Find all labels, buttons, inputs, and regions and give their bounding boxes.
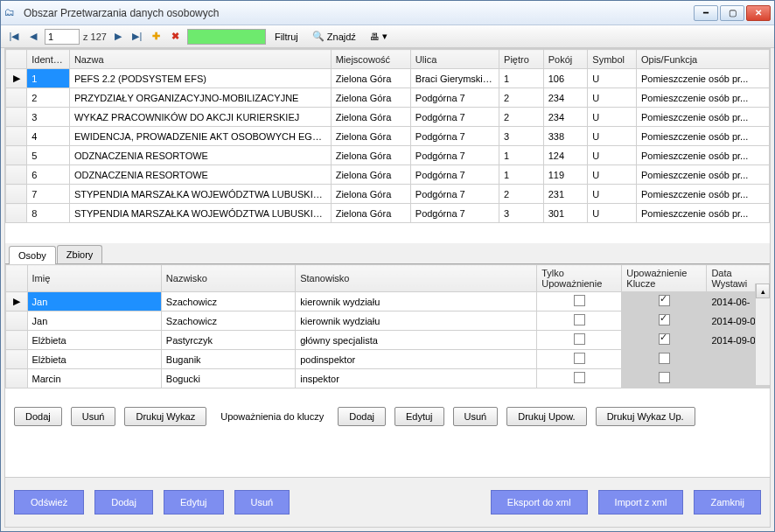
titlebar: 🗂 Obszar Przetwarzania danych osobowych …: [1, 1, 774, 25]
delete-upow-button[interactable]: Usuń: [453, 407, 499, 426]
minimize-button[interactable]: ━: [694, 5, 718, 21]
print-wykaz-button[interactable]: Drukuj Wykaz: [124, 407, 206, 426]
print-dropdown[interactable]: 🖶 ▾: [365, 29, 393, 45]
table-row[interactable]: 3WYKAZ PRACOWNIKÓW DO AKCJI KURIERSKIEJZ…: [6, 108, 770, 127]
print-wykaz-up-button[interactable]: Drukuj Wykaz Up.: [596, 407, 695, 426]
table-row[interactable]: 7STYPENDIA MARSZAŁKA WOJEWÓDZTWA LUBUSKI…: [6, 185, 770, 204]
checkbox[interactable]: [659, 372, 670, 383]
page-total-label: z 127: [83, 32, 107, 42]
table-row[interactable]: 8STYPENDIA MARSZAŁKA WOJEWÓDZTWA LUBUSKI…: [6, 204, 770, 223]
upow-label: Upoważnienia do kluczy: [220, 411, 324, 422]
nav-next-icon[interactable]: ▶: [110, 29, 126, 45]
find-button[interactable]: 🔍Znajdź: [307, 29, 361, 45]
col-pokoj[interactable]: Pokój: [543, 50, 588, 69]
add-button[interactable]: Dodaj: [94, 490, 153, 514]
checkbox[interactable]: [659, 333, 670, 345]
delete-icon[interactable]: ✖: [168, 29, 184, 45]
col-imie[interactable]: Imię: [27, 265, 161, 292]
edit-upow-button[interactable]: Edytuj: [394, 407, 444, 426]
table-row[interactable]: 5ODZNACZENIA RESORTOWEZielona GóraPodgór…: [6, 146, 770, 165]
tab-osoby[interactable]: Osoby: [9, 246, 56, 264]
nav-toolbar: |◀ ◀ z 127 ▶ ▶| ✚ ✖ Filtruj 🔍Znajdź 🖶 ▾: [1, 25, 774, 48]
checkbox[interactable]: [574, 295, 585, 306]
progress-bar: [187, 29, 266, 45]
nav-prev-icon[interactable]: ◀: [25, 29, 41, 45]
nav-last-icon[interactable]: ▶|: [129, 29, 145, 45]
table-row[interactable]: 6ODZNACZENIA RESORTOWEZielona GóraPodgór…: [6, 165, 770, 185]
app-icon: 🗂: [4, 6, 18, 20]
close-button[interactable]: ✕: [746, 5, 771, 21]
col-pietro[interactable]: Piętro: [499, 50, 544, 69]
table-row[interactable]: ElżbietaPastyrczykgłówny specjalista2014…: [6, 331, 770, 350]
checkbox[interactable]: [659, 295, 670, 306]
checkbox[interactable]: [574, 314, 585, 326]
nav-first-icon[interactable]: |◀: [6, 29, 22, 45]
printer-icon: 🖶: [370, 32, 380, 42]
delete-person-button[interactable]: Usuń: [71, 407, 116, 426]
col-stanowisko[interactable]: Stanowisko: [296, 265, 537, 292]
filter-button[interactable]: Filtruj: [269, 29, 304, 45]
persons-grid[interactable]: Imię Nazwisko Stanowisko Tylko Upoważnie…: [5, 264, 770, 388]
maximize-button[interactable]: ▢: [720, 5, 744, 21]
add-upow-button[interactable]: Dodaj: [338, 407, 386, 426]
edit-button[interactable]: Edytuj: [164, 490, 224, 514]
col-opis[interactable]: Opis/Funkcja: [637, 50, 770, 69]
export-xml-button[interactable]: Eksport do xml: [491, 490, 588, 514]
col-ulica[interactable]: Ulica: [410, 50, 499, 69]
refresh-button[interactable]: Odśwież: [14, 490, 84, 514]
window-title: Obszar Przetwarzania danych osobowych: [24, 7, 694, 19]
table-row[interactable]: 4EWIDENCJA, PROWADZENIE AKT OSOBOWYCH EG…: [6, 127, 770, 146]
table-row[interactable]: MarcinBoguckiinspektor: [6, 369, 770, 388]
checkbox[interactable]: [574, 372, 585, 383]
grid2-vscroll[interactable]: ▴: [755, 284, 770, 385]
col-nazwa[interactable]: Nazwa: [69, 50, 331, 69]
main-grid-wrap: Identyfik Nazwa Miejscowość Ulica Piętro…: [5, 49, 770, 242]
col-tylko[interactable]: Tylko Upoważnienie: [537, 265, 622, 292]
search-icon: 🔍: [312, 31, 325, 42]
tab-body: Imię Nazwisko Stanowisko Tylko Upoważnie…: [5, 264, 770, 477]
col-nazwisko[interactable]: Nazwisko: [161, 265, 295, 292]
table-row[interactable]: JanSzachowiczkierownik wydziału2014-09-0: [6, 312, 770, 331]
add-icon[interactable]: ✚: [149, 29, 164, 45]
import-xml-button[interactable]: Import z xml: [598, 490, 684, 514]
col-symbol[interactable]: Symbol: [588, 50, 637, 69]
page-input[interactable]: [45, 29, 80, 45]
checkbox[interactable]: [574, 333, 585, 345]
checkbox[interactable]: [574, 353, 585, 364]
table-row[interactable]: 2PRZYDZIAŁY ORGANIZACYJNO-MOBILIZACYJNEZ…: [6, 88, 770, 108]
print-upow-button[interactable]: Drukuj Upow.: [506, 407, 586, 426]
row-header-corner: [6, 50, 27, 69]
table-row[interactable]: ▶JanSzachowiczkierownik wydziału2014-06-: [6, 292, 770, 312]
tab-zbiory[interactable]: Zbiory: [57, 245, 103, 263]
add-person-button[interactable]: Dodaj: [14, 407, 62, 426]
col-ident[interactable]: Identyfik: [27, 50, 70, 69]
persons-grid-wrap: Imię Nazwisko Stanowisko Tylko Upoważnie…: [5, 264, 770, 400]
content-area: Identyfik Nazwa Miejscowość Ulica Piętro…: [4, 48, 771, 528]
persons-button-row: Dodaj Usuń Drukuj Wykaz Upoważnienia do …: [5, 400, 770, 433]
main-grid[interactable]: Identyfik Nazwa Miejscowość Ulica Piętro…: [5, 49, 770, 223]
table-row[interactable]: ElżbietaBuganikpodinspektor: [6, 350, 770, 369]
app-window: 🗂 Obszar Przetwarzania danych osobowych …: [0, 0, 775, 532]
close-app-button[interactable]: Zamknij: [694, 490, 761, 514]
delete-button[interactable]: Usuń: [234, 490, 290, 514]
col-miejsc[interactable]: Miejscowość: [331, 50, 410, 69]
tabstrip: Osoby Zbiory: [5, 243, 770, 264]
checkbox[interactable]: [659, 314, 670, 326]
checkbox[interactable]: [659, 353, 670, 364]
table-row[interactable]: ▶1PEFS 2.2 (PODSYSTEM EFS)Zielona GóraBr…: [6, 69, 770, 88]
footer-buttons: Odśwież Dodaj Edytuj Usuń Eksport do xml…: [5, 477, 770, 527]
col-klucze[interactable]: Upoważnienie Klucze: [622, 265, 707, 292]
